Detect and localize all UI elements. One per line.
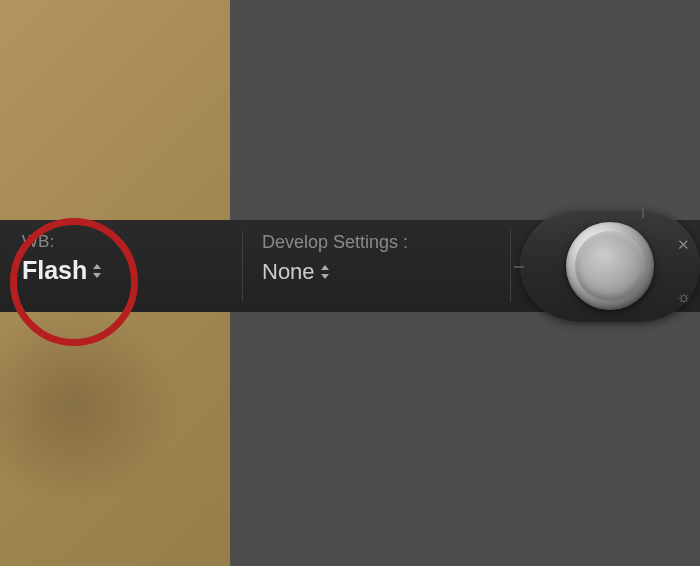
dial-knob[interactable] (575, 231, 645, 301)
divider (510, 230, 511, 302)
develop-settings-control[interactable]: Develop Settings : None (262, 232, 408, 285)
white-balance-value: Flash (22, 256, 87, 285)
develop-settings-dropdown[interactable]: None (262, 259, 408, 285)
gear-icon[interactable]: ☼ (676, 288, 691, 306)
dial-tick (642, 208, 644, 218)
white-balance-dropdown[interactable]: Flash (22, 256, 103, 285)
white-balance-label: WB: (22, 232, 103, 252)
loupe-dial-area (550, 202, 670, 332)
divider (242, 230, 243, 302)
updown-icon (321, 265, 331, 279)
develop-settings-value: None (262, 259, 315, 285)
close-icon[interactable]: ✕ (677, 236, 690, 254)
updown-icon (93, 264, 103, 278)
white-balance-control[interactable]: WB: Flash (22, 232, 103, 285)
dial-tick (514, 266, 524, 268)
develop-settings-label: Develop Settings : (262, 232, 408, 253)
